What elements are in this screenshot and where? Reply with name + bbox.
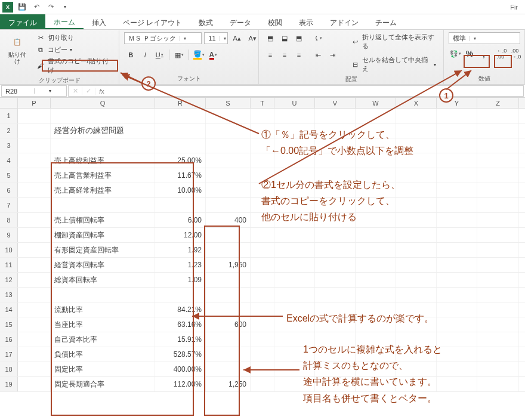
- comma-style-button[interactable]: ,: [477, 48, 490, 60]
- cell[interactable]: [437, 317, 477, 332]
- cell[interactable]: [315, 198, 356, 212]
- cell[interactable]: [315, 377, 356, 391]
- cell[interactable]: [315, 123, 356, 138]
- cell[interactable]: [206, 153, 251, 168]
- cell[interactable]: [396, 168, 437, 183]
- cell[interactable]: [356, 228, 396, 242]
- cell[interactable]: [251, 109, 274, 123]
- cell[interactable]: [437, 109, 477, 123]
- cell[interactable]: [477, 213, 519, 227]
- cell[interactable]: [206, 123, 251, 138]
- cell[interactable]: [251, 243, 274, 257]
- cell[interactable]: [315, 362, 356, 376]
- increase-indent-icon[interactable]: ⇥: [326, 49, 339, 61]
- col-header[interactable]: V: [315, 98, 356, 108]
- cell[interactable]: [315, 317, 356, 332]
- cell[interactable]: [477, 302, 519, 317]
- cell[interactable]: [18, 243, 51, 257]
- cell[interactable]: [437, 228, 477, 242]
- cell[interactable]: [396, 183, 437, 197]
- cell[interactable]: [437, 213, 477, 227]
- cell[interactable]: [251, 302, 274, 317]
- name-box-dropdown-icon[interactable]: ▾: [34, 88, 67, 94]
- cell[interactable]: [51, 288, 155, 302]
- cell[interactable]: [315, 302, 356, 317]
- cell[interactable]: [274, 377, 315, 391]
- cell[interactable]: [251, 317, 274, 332]
- cell[interactable]: [155, 109, 206, 123]
- cell[interactable]: [51, 138, 155, 153]
- cell[interactable]: [18, 183, 51, 197]
- cell[interactable]: [315, 273, 356, 287]
- cell[interactable]: [251, 138, 274, 153]
- cell[interactable]: [437, 243, 477, 257]
- cell[interactable]: [18, 198, 51, 212]
- cell[interactable]: [315, 258, 356, 272]
- col-header[interactable]: P: [18, 98, 51, 108]
- cell[interactable]: [18, 258, 51, 272]
- cell[interactable]: [437, 183, 477, 197]
- grid-row[interactable]: 3: [0, 138, 525, 153]
- cell[interactable]: [18, 153, 51, 168]
- cell[interactable]: 売上高営業利益率: [51, 168, 155, 183]
- cell[interactable]: 固定長期適合率: [51, 377, 155, 391]
- row-header[interactable]: 8: [0, 213, 18, 227]
- cell[interactable]: 流動比率: [51, 302, 155, 317]
- cell[interactable]: [356, 213, 396, 227]
- cell[interactable]: 6.00: [155, 213, 206, 227]
- cell[interactable]: [437, 273, 477, 287]
- cell[interactable]: [206, 362, 251, 376]
- cell[interactable]: [155, 138, 206, 153]
- cell[interactable]: 1,250: [206, 377, 251, 391]
- cell[interactable]: [251, 273, 274, 287]
- underline-button[interactable]: U▾: [153, 49, 166, 61]
- cell[interactable]: [477, 183, 519, 197]
- cell[interactable]: [18, 109, 51, 123]
- cell[interactable]: [206, 347, 251, 362]
- cell[interactable]: [206, 228, 251, 242]
- grid-row[interactable]: 10有形固定資産回転率1.92: [0, 243, 525, 258]
- grid-row[interactable]: 11経営資本回転率1.231,950: [0, 258, 525, 273]
- undo-icon[interactable]: ↶: [31, 2, 42, 13]
- increase-decimal-icon[interactable]: ←.0.00: [495, 48, 508, 60]
- cell[interactable]: [155, 123, 206, 138]
- row-header[interactable]: 4: [0, 153, 18, 168]
- row-header[interactable]: 13: [0, 288, 18, 302]
- cell[interactable]: [155, 198, 206, 212]
- cell[interactable]: [356, 138, 396, 153]
- cell[interactable]: [477, 377, 519, 391]
- cell[interactable]: [315, 228, 356, 242]
- cell[interactable]: [251, 377, 274, 391]
- format-painter-button[interactable]: 🖌 書式のコピー/貼り付け: [33, 56, 114, 75]
- cell[interactable]: [356, 153, 396, 168]
- cell[interactable]: [51, 109, 155, 123]
- col-header[interactable]: X: [396, 98, 437, 108]
- tab-addins[interactable]: アドイン: [322, 14, 367, 29]
- cell[interactable]: [251, 198, 274, 212]
- cell[interactable]: [206, 332, 251, 347]
- cell[interactable]: [396, 317, 437, 332]
- cell[interactable]: [356, 377, 396, 391]
- col-header[interactable]: T: [251, 98, 274, 108]
- cell[interactable]: [356, 183, 396, 197]
- row-header[interactable]: 6: [0, 183, 18, 197]
- cell[interactable]: [206, 168, 251, 183]
- font-color-button[interactable]: A▾: [206, 49, 220, 61]
- cell[interactable]: [477, 273, 519, 287]
- cell[interactable]: 1.23: [155, 258, 206, 272]
- cell[interactable]: 1.92: [155, 243, 206, 257]
- cell[interactable]: 固定比率: [51, 362, 155, 376]
- grid-row[interactable]: 15当座比率63.16%600: [0, 317, 525, 332]
- grid-row[interactable]: 8売上債権回転率6.00400: [0, 213, 525, 228]
- cell[interactable]: [274, 288, 315, 302]
- cell[interactable]: 12.00: [155, 228, 206, 242]
- grid-row[interactable]: 12総資本回転率1.09: [0, 273, 525, 288]
- col-header[interactable]: U: [274, 98, 315, 108]
- cell[interactable]: [274, 302, 315, 317]
- cell[interactable]: [315, 288, 356, 302]
- cell[interactable]: [18, 273, 51, 287]
- col-header[interactable]: W: [356, 98, 396, 108]
- cell[interactable]: [251, 332, 274, 347]
- font-name-combo[interactable]: ＭＳ Ｐゴシック▾: [124, 32, 202, 44]
- cell[interactable]: [251, 347, 274, 362]
